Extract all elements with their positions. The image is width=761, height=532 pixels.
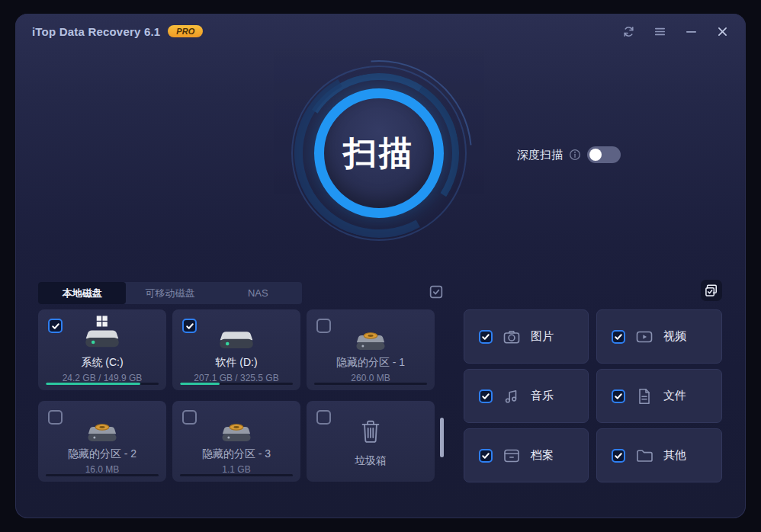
disk-name: 软件 (D:)	[172, 356, 300, 370]
file-type-tile[interactable]: 档案	[464, 428, 589, 482]
file-type-checkbox[interactable]	[479, 330, 493, 344]
menu-icon[interactable]	[653, 24, 666, 38]
file-type-checkbox[interactable]	[479, 389, 493, 403]
app-window: iTop Data Recovery 6.1 PRO	[15, 14, 746, 518]
scan-cluster: 扫描	[291, 66, 467, 241]
disk-grid: 系统 (C:) 24.2 GB / 149.9 GB 软件 (D:) 207.1…	[38, 309, 435, 482]
disk-card[interactable]: 垃圾箱	[307, 401, 435, 482]
titlebar: iTop Data Recovery 6.1 PRO	[15, 14, 746, 49]
document-icon	[635, 387, 653, 405]
disk-card[interactable]: 隐藏的分区 - 1 260.0 MB	[307, 309, 435, 390]
file-type-label: 图片	[531, 329, 554, 344]
file-type-label: 档案	[531, 448, 554, 463]
folder-icon	[635, 447, 653, 465]
info-icon[interactable]	[569, 149, 581, 161]
system-drive-icon	[38, 314, 166, 352]
app-title: iTop Data Recovery 6.1	[32, 25, 160, 38]
disk-size: 16.0 MB	[38, 464, 166, 475]
disk-size: 24.2 GB / 149.9 GB	[38, 373, 166, 383]
disk-usage-fill	[180, 383, 220, 385]
video-icon	[635, 328, 653, 346]
scan-button-label: 扫描	[343, 131, 415, 176]
disk-size: 260.0 MB	[307, 373, 435, 383]
disk-tab-2[interactable]: NAS	[214, 282, 302, 304]
file-type-label: 音乐	[531, 389, 554, 403]
file-type-label: 文件	[663, 389, 686, 403]
hidden-partition-icon	[307, 314, 435, 352]
minimize-icon[interactable]	[684, 24, 698, 38]
disk-scrollbar-thumb[interactable]	[440, 418, 444, 457]
disk-name: 垃圾箱	[307, 454, 435, 468]
disk-tab-1[interactable]: 可移动磁盘	[126, 282, 214, 304]
deep-scan-row: 深度扫描	[517, 145, 621, 165]
deep-scan-label: 深度扫描	[517, 148, 563, 162]
file-type-checkbox[interactable]	[612, 449, 625, 463]
drive-icon	[172, 314, 300, 352]
hidden-partition-icon	[38, 405, 166, 444]
select-all-disks-checkbox-icon[interactable]	[427, 283, 445, 301]
disk-usage-bar	[46, 474, 159, 476]
file-type-label: 其他	[663, 448, 686, 463]
music-icon	[503, 387, 521, 405]
disk-tab-0[interactable]: 本地磁盘	[38, 282, 126, 304]
disk-card[interactable]: 系统 (C:) 24.2 GB / 149.9 GB	[38, 309, 166, 390]
toggle-knob	[589, 149, 602, 161]
refresh-icon[interactable]	[621, 24, 635, 38]
disk-usage-bar	[180, 383, 293, 385]
file-type-tile[interactable]: 文件	[596, 369, 722, 423]
file-type-grid: 图片 视频 音乐 文件 档案 其他	[464, 309, 722, 482]
disk-name: 系统 (C:)	[38, 356, 166, 370]
file-type-checkbox[interactable]	[479, 449, 493, 463]
close-icon[interactable]	[715, 24, 729, 38]
disk-size: 207.1 GB / 325.5 GB	[172, 373, 300, 383]
disk-usage-bar	[314, 383, 427, 385]
file-type-label: 视频	[663, 329, 686, 344]
disk-card[interactable]: 隐藏的分区 - 3 1.1 GB	[172, 401, 300, 482]
disk-usage-fill	[46, 383, 140, 385]
hidden-partition-icon	[172, 405, 300, 444]
pro-badge: PRO	[168, 25, 203, 37]
file-type-tile[interactable]: 视频	[596, 309, 722, 364]
disk-usage-bar	[46, 383, 159, 385]
file-type-checkbox[interactable]	[612, 389, 625, 403]
camera-icon	[503, 328, 521, 346]
scan-button[interactable]: 扫描	[314, 88, 444, 218]
disk-name: 隐藏的分区 - 1	[307, 356, 435, 370]
window-controls	[621, 24, 729, 38]
disk-name: 隐藏的分区 - 3	[172, 447, 300, 461]
trash-icon	[307, 405, 435, 444]
archive-icon	[503, 447, 521, 465]
select-all-filetypes-icon[interactable]	[701, 280, 722, 301]
file-type-checkbox[interactable]	[612, 330, 625, 344]
disk-size: 1.1 GB	[172, 464, 300, 475]
file-type-tile[interactable]: 其他	[596, 428, 722, 482]
disk-usage-bar	[180, 474, 293, 476]
file-type-tile[interactable]: 图片	[464, 309, 589, 364]
file-type-tile[interactable]: 音乐	[464, 369, 589, 423]
disk-card[interactable]: 隐藏的分区 - 2 16.0 MB	[38, 401, 166, 482]
disk-card[interactable]: 软件 (D:) 207.1 GB / 325.5 GB	[172, 309, 300, 390]
disk-name: 隐藏的分区 - 2	[38, 447, 166, 461]
disk-tabbar: 本地磁盘可移动磁盘NAS	[38, 282, 302, 304]
deep-scan-toggle[interactable]	[587, 146, 621, 163]
